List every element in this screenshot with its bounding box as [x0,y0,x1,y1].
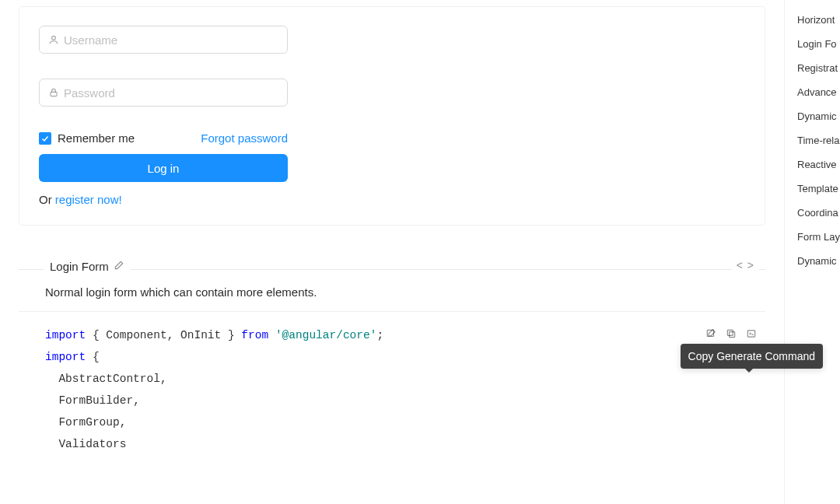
toc-link[interactable]: Form Lay [797,231,840,243]
toc-link[interactable]: Advance [797,86,840,98]
register-line: Or register now! [39,193,288,206]
code-toolbar [705,327,758,340]
login-button[interactable]: Log in [39,154,288,182]
svg-point-0 [52,36,56,40]
toc-link[interactable]: Time-rela [797,135,840,146]
section-login-form: Login Form < > Normal login form which c… [19,269,765,464]
password-input[interactable] [64,79,278,106]
toc-link[interactable]: Horizont [797,14,840,26]
section-title: Login Form [50,260,109,273]
forgot-password-link[interactable]: Forgot password [201,131,288,145]
tooltip-copy-generate-command: Copy Generate Command [681,344,823,369]
toc-link[interactable]: Reactive [797,159,840,170]
password-field-wrap[interactable] [39,79,288,107]
login-form: Remember me Forgot password Log in Or re… [39,26,288,206]
copy-generate-command-icon[interactable] [745,327,758,340]
svg-rect-1 [51,92,57,96]
register-now-link[interactable]: register now! [55,193,122,206]
username-field-wrap[interactable] [39,26,288,54]
toc-link[interactable]: Dynamic [797,110,840,122]
toc-link[interactable]: Registrat [797,62,840,74]
section-description: Normal login form which can contain more… [19,270,765,311]
edit-icon[interactable] [114,260,124,273]
toc-link[interactable]: Dynamic [797,255,840,267]
toc-link[interactable]: Coordina [797,207,840,219]
table-of-contents: Horizont Login Fo Registrat Advance Dyna… [784,0,840,504]
toc-link[interactable]: Template [797,183,840,194]
edit-code-icon[interactable] [705,327,717,340]
code-pre[interactable]: import { Component, OnInit } from '@angu… [45,324,739,455]
code-block: import { Component, OnInit } from '@angu… [19,311,765,464]
copy-code-icon[interactable] [725,327,737,340]
toc-link[interactable]: Login Fo [797,38,840,50]
remember-me-label: Remember me [58,131,135,145]
section-legend: Login Form [44,260,131,273]
username-input[interactable] [64,26,278,53]
remember-me-checkbox[interactable]: Remember me [39,131,135,145]
svg-rect-4 [727,330,733,335]
svg-rect-3 [730,332,735,338]
main-content: Remember me Forgot password Log in Or re… [0,0,784,504]
user-icon [48,34,59,45]
checkbox-checked-icon [39,132,51,145]
expand-code-toggle[interactable]: < > [732,259,759,271]
lock-icon [48,87,59,98]
demo-card: Remember me Forgot password Log in Or re… [19,6,765,226]
